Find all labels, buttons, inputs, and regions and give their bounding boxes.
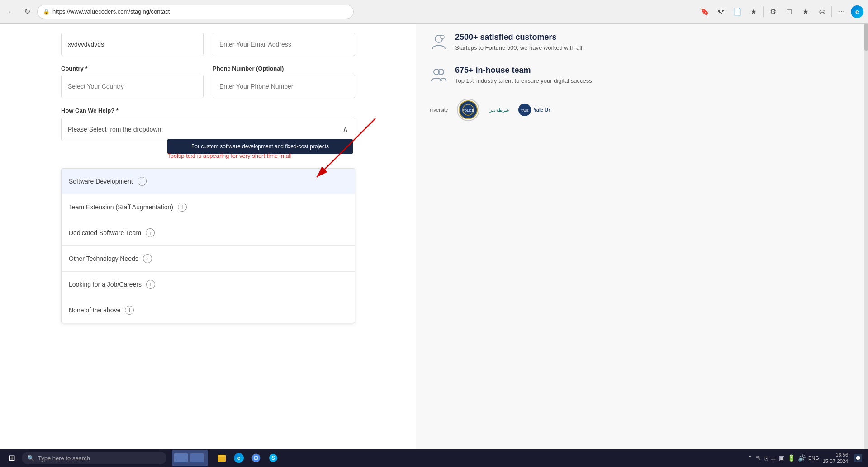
dropdown-item-careers[interactable]: Looking for a Job/Careers i: [62, 272, 355, 297]
divider: [763, 6, 764, 17]
refresh-button[interactable]: ↻: [21, 5, 33, 18]
split-view-icon[interactable]: □: [783, 5, 796, 19]
dropdown-item-dedicated-team[interactable]: Dedicated Software Team i: [62, 220, 355, 246]
browser-actions: 🔖 🕬 📄 ★ ⚙ □ ★ ⛀ ⋯ e: [698, 5, 863, 19]
name-email-row: [61, 33, 355, 56]
dropdown-item-team-extension[interactable]: Team Extension (Staff Augmentation) i: [62, 194, 355, 220]
favorites-bar-icon[interactable]: ★: [799, 5, 812, 19]
dropdown-item-none[interactable]: None of the above i: [62, 297, 355, 323]
logo-badge: POLICE: [457, 99, 479, 121]
taskbar-app-chrome[interactable]: [248, 450, 264, 466]
chevron-up-icon: ∧: [342, 124, 348, 134]
country-label: Country *: [61, 65, 204, 72]
taskbar-thumbnail[interactable]: [172, 450, 208, 466]
stat1-desc: Startups to Fortune 500, we have worked …: [455, 44, 584, 52]
divider2: [831, 6, 832, 17]
software-dev-info-icon[interactable]: i: [138, 177, 147, 186]
satisfied-customers-icon: [430, 33, 448, 51]
immersive-reader-icon[interactable]: 📄: [730, 5, 744, 19]
svg-text:💬: 💬: [855, 455, 861, 461]
volume-icon[interactable]: 🔊: [798, 454, 806, 462]
notification-button[interactable]: 💬: [852, 452, 864, 464]
scrollbar-thumb[interactable]: [864, 24, 868, 51]
more-menu-button[interactable]: ⋯: [835, 5, 848, 19]
other-tech-info-icon[interactable]: i: [143, 254, 152, 263]
careers-label: Looking for a Job/Careers: [69, 281, 142, 288]
bookmark-icon[interactable]: 🔖: [698, 5, 711, 19]
svg-point-19: [255, 457, 258, 460]
logos-row: niversity POLICE شرطة دبي YALE Yale Ur: [430, 99, 854, 121]
address-bar[interactable]: 🔒 https://www.valuecoders.com/staging/co…: [37, 5, 354, 19]
software-dev-label: Software Development: [69, 178, 133, 185]
main-area: Country * Phone Number (Optional) How Ca…: [0, 24, 868, 449]
dropdown-list: Software Development i Team Extension (S…: [61, 168, 355, 323]
dropdown-item-software-dev[interactable]: Software Development i: [62, 169, 355, 194]
taskbar-search-icon: 🔍: [27, 455, 34, 462]
logo-dubai: شرطة دبي: [489, 108, 509, 113]
wifi-icon[interactable]: ⎘: [764, 454, 768, 462]
country-phone-row: Country * Phone Number (Optional): [61, 65, 355, 98]
lock-icon: 🔒: [43, 9, 50, 15]
team-extension-info-icon[interactable]: i: [178, 203, 187, 212]
stat2-desc: Top 1% industry talent to ensure your di…: [455, 77, 593, 85]
favorites-icon[interactable]: ★: [747, 5, 760, 19]
sidebar: 2500+ satisfied customers Startups to Fo…: [416, 24, 868, 449]
taskbar-search-bar[interactable]: 🔍 Type here to search: [22, 452, 166, 464]
taskbar-search-text: Type here to search: [38, 455, 90, 462]
form-section: Country * Phone Number (Optional) How Ca…: [0, 24, 416, 449]
battery-icon[interactable]: 🔋: [787, 454, 795, 462]
in-house-team-icon: [430, 66, 448, 84]
svg-rect-13: [190, 453, 204, 462]
phone-label: Phone Number (Optional): [213, 65, 355, 72]
dedicated-team-label: Dedicated Software Team: [69, 229, 141, 236]
svg-rect-16: [219, 455, 222, 457]
taskbar-system-icons: ⌃ ✎ ⎘ ⚎ ▣ 🔋 🔊 ENG: [748, 454, 819, 462]
other-tech-label: Other Technology Needs: [69, 255, 138, 262]
profile-icon[interactable]: ⛀: [815, 5, 829, 19]
phone-group: Phone Number (Optional): [213, 65, 355, 98]
scrollbar[interactable]: [864, 24, 868, 449]
email-input[interactable]: [213, 33, 355, 56]
dropdown-trigger[interactable]: Please Select from the dropdown ∧: [61, 118, 355, 141]
extensions-icon[interactable]: ⚙: [766, 5, 780, 19]
email-group: [213, 33, 355, 56]
browser-chrome: ← ↻ 🔒 https://www.valuecoders.com/stagin…: [0, 0, 868, 24]
stat2-text: 675+ in-house team Top 1% industry talen…: [455, 66, 593, 85]
stat1-container: 2500+ satisfied customers Startups to Fo…: [430, 33, 854, 52]
name-input[interactable]: [61, 33, 204, 56]
svg-rect-15: [218, 457, 226, 462]
dropdown-item-other-tech[interactable]: Other Technology Needs i: [62, 246, 355, 272]
tooltip-note: Tooltip text is appearing for very short…: [167, 152, 292, 159]
careers-info-icon[interactable]: i: [146, 280, 155, 289]
taskbar-apps: e S: [213, 450, 281, 466]
taskview-icon[interactable]: ▣: [779, 454, 785, 462]
start-button[interactable]: ⊞: [4, 450, 20, 466]
taskbar: ⊞ 🔍 Type here to search e: [0, 449, 868, 467]
taskbar-app-skype[interactable]: S: [265, 450, 281, 466]
stat2-title: 675+ in-house team: [455, 66, 593, 75]
none-info-icon[interactable]: i: [125, 306, 134, 315]
edge-profile-icon: e: [851, 5, 863, 18]
taskbar-app-files[interactable]: [213, 450, 230, 466]
lang-label: ENG: [808, 455, 819, 461]
chevron-up-taskbar-icon[interactable]: ⌃: [748, 454, 753, 462]
svg-text:POLICE: POLICE: [463, 109, 474, 112]
read-aloud-icon[interactable]: 🕬: [714, 5, 728, 19]
dropdown-placeholder: Please Select from the dropdown: [68, 126, 161, 133]
tooltip-text: For custom software development and fixe…: [191, 143, 329, 150]
phone-input[interactable]: [213, 75, 355, 98]
taskbar-time-value: 16:56: [823, 452, 848, 458]
taskbar-date-value: 15-07-2024: [823, 458, 848, 464]
taskbar-clock: 16:56 15-07-2024: [823, 452, 848, 465]
taskbar-app-edge[interactable]: e: [231, 450, 247, 466]
network-icon[interactable]: ⚎: [770, 454, 776, 462]
taskbar-right: ⌃ ✎ ⎘ ⚎ ▣ 🔋 🔊 ENG 16:56 15-07-2024 💬: [748, 452, 864, 465]
pen-icon[interactable]: ✎: [756, 454, 761, 462]
back-button[interactable]: ←: [5, 5, 17, 18]
edge-app-icon: e: [234, 453, 244, 463]
svg-text:YALE: YALE: [521, 109, 529, 112]
dedicated-team-info-icon[interactable]: i: [146, 228, 155, 237]
svg-text:S: S: [271, 455, 275, 461]
help-label: How Can We Help? *: [61, 107, 355, 114]
country-input[interactable]: [61, 75, 204, 98]
